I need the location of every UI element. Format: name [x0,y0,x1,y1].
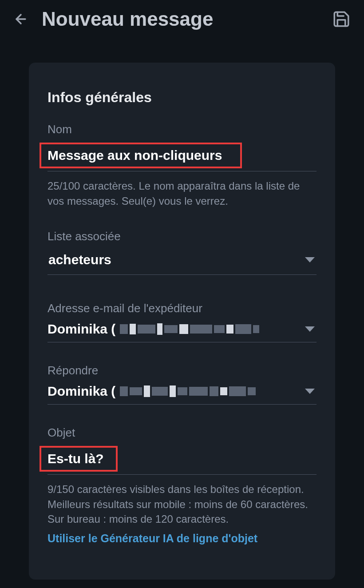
list-select[interactable]: acheteurs [47,250,317,275]
subject-label: Objet [47,426,317,440]
name-input[interactable] [47,148,234,163]
name-field-group: Nom 25/100 caractères. Le nom apparaîtra… [39,123,325,208]
chevron-down-icon [305,389,315,394]
app-header: Nouveau message [0,0,364,38]
reply-select[interactable]: Dominika ( [47,384,317,405]
reply-label: Répondre [47,364,317,377]
name-highlight [40,143,242,168]
reply-value: Dominika ( [47,384,256,399]
redacted-email-icon [120,323,259,335]
sender-field-group: Adresse e-mail de l'expéditeur Dominika … [39,302,325,342]
name-helper: 25/100 caractères. Le nom apparaîtra dan… [47,179,317,208]
sender-select[interactable]: Dominika ( [47,322,317,342]
name-label: Nom [47,123,317,136]
subject-field-group: Objet 9/150 caractères visibles dans les… [39,426,325,545]
redacted-email-icon [120,385,256,397]
section-title: Infos générales [39,89,325,106]
general-info-card: Infos générales Nom 25/100 caractères. L… [29,63,335,580]
sender-value: Dominika ( [47,322,259,337]
sender-label: Adresse e-mail de l'expéditeur [47,302,317,315]
save-icon[interactable] [332,10,351,28]
list-label: Liste associée [47,230,317,243]
reply-field-group: Répondre Dominika ( [39,364,325,405]
subject-input[interactable] [47,451,110,466]
list-value: acheteurs [47,250,112,270]
list-field-group: Liste associée acheteurs [39,230,325,275]
ai-generator-link[interactable]: Utiliser le Générateur IA de ligne d'obj… [47,532,317,545]
chevron-down-icon [305,257,315,262]
subject-helper: 9/150 caractères visibles dans les boîte… [47,482,317,527]
chevron-down-icon [305,326,315,332]
back-arrow-icon[interactable] [13,12,28,27]
subject-highlight [40,446,118,472]
page-title: Nouveau message [42,8,332,30]
